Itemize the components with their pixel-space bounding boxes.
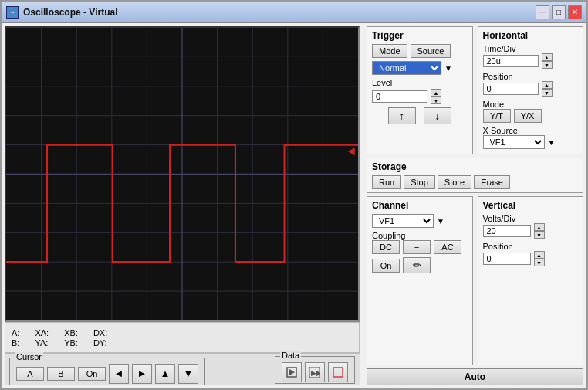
export-icon: ▶▶: [309, 367, 320, 378]
data-clear-button[interactable]: [328, 362, 348, 382]
data-record-button[interactable]: [282, 362, 302, 382]
auto-section: Auto: [367, 368, 583, 385]
scope-panel: VF1: 20V: [2, 23, 363, 388]
readout-xb: XB: YB:: [64, 328, 78, 348]
data-export-button[interactable]: ▶▶: [305, 362, 325, 382]
svg-marker-22: [289, 369, 295, 375]
h-position-down[interactable]: ▼: [542, 89, 553, 97]
h-position-input[interactable]: [483, 83, 539, 95]
titlebar: ~ Oscilloscope - Virtual ─ □ ✕: [2, 2, 586, 23]
yx-button[interactable]: Y/X: [514, 109, 542, 123]
volts-div-down[interactable]: ▼: [534, 231, 545, 239]
yb-label: YB:: [64, 338, 78, 348]
time-div-input[interactable]: [483, 55, 539, 67]
dy-label: DY:: [93, 338, 107, 348]
cursor-group: Cursor A B On ◄ ► ▲ ▼: [9, 358, 205, 385]
scope-screen: VF1: 20V: [5, 26, 360, 322]
trigger-level-label: Level: [372, 78, 468, 87]
cursor-left-button[interactable]: ◄: [109, 364, 129, 384]
cursor-readout: A: B: XA: YA: XB: YB: DX: DY:: [5, 322, 360, 353]
xsource-label: X Source: [483, 126, 579, 135]
yt-button[interactable]: Y/T: [483, 109, 511, 123]
h-position-label: Position: [483, 72, 579, 81]
time-div-down[interactable]: ▼: [542, 61, 553, 69]
vertical-title: Vertical: [483, 200, 579, 211]
auto-button[interactable]: Auto: [367, 368, 583, 385]
trigger-level-input[interactable]: [372, 90, 427, 103]
readout-xa: XA: YA:: [35, 328, 49, 348]
horizontal-section: Horizontal Time/Div ▲ ▼ Position ▲: [478, 26, 584, 154]
a-label: A:: [12, 328, 19, 337]
trigger-level-up[interactable]: ▲: [431, 89, 441, 97]
trigger-mode-dropdown[interactable]: Normal Auto Single: [372, 61, 441, 75]
v-position-label: Position: [483, 242, 579, 251]
right-panel: Trigger Mode Source Normal Auto Single ▼…: [363, 23, 586, 388]
horizontal-title: Horizontal: [483, 30, 579, 41]
store-button[interactable]: Store: [438, 175, 471, 189]
erase-button[interactable]: Erase: [474, 175, 510, 189]
cursor-on-button[interactable]: On: [78, 367, 106, 381]
svg-text:◄: ◄: [346, 143, 357, 158]
dc-button[interactable]: DC: [372, 240, 400, 254]
trigger-rise-button[interactable]: ↑: [388, 107, 416, 124]
h-position-up[interactable]: ▲: [542, 81, 553, 89]
scope-display: ◄: [6, 28, 358, 320]
window-controls: ─ □ ✕: [536, 5, 582, 19]
trigger-fall-button[interactable]: ↓: [424, 107, 451, 124]
ya-label: YA:: [35, 338, 49, 348]
divider-button[interactable]: ÷: [403, 240, 431, 254]
cursor-a-button[interactable]: A: [16, 367, 44, 381]
trigger-source-button[interactable]: Source: [411, 44, 451, 58]
channel-on-button[interactable]: On: [372, 259, 400, 273]
coupling-label: Coupling: [372, 231, 468, 240]
record-icon: [286, 367, 297, 378]
time-div-label: Time/Div: [483, 44, 579, 53]
v-position-spinner: ▲ ▼: [534, 251, 545, 266]
trigger-level-down[interactable]: ▼: [431, 97, 441, 104]
svg-rect-25: [333, 368, 343, 377]
ac-button[interactable]: AC: [434, 240, 461, 254]
volts-div-label: Volts/Div: [483, 214, 579, 223]
v-position-down[interactable]: ▼: [534, 259, 545, 266]
xa-label: XA:: [35, 328, 49, 337]
run-button[interactable]: Run: [372, 175, 401, 189]
clear-icon: [333, 367, 343, 378]
data-group: Data ▶▶: [275, 356, 355, 384]
maximize-button[interactable]: □: [552, 5, 566, 19]
readout-dx: DX: DY:: [93, 328, 107, 348]
cursor-b-button[interactable]: B: [47, 367, 75, 381]
trigger-title: Trigger: [372, 30, 468, 41]
time-div-spinner: ▲ ▼: [542, 53, 553, 69]
channel-section: Channel VF1 VF2 ▼ Coupling DC ÷ AC: [367, 196, 473, 365]
cursor-up-button[interactable]: ▲: [155, 364, 175, 384]
storage-title: Storage: [372, 161, 578, 172]
xsource-dropdown[interactable]: VF1 VF2: [483, 135, 545, 149]
volts-div-up[interactable]: ▲: [534, 223, 545, 231]
minimize-button[interactable]: ─: [536, 5, 549, 19]
app-icon: ~: [6, 6, 19, 19]
trigger-section: Trigger Mode Source Normal Auto Single ▼…: [367, 26, 473, 154]
dx-label: DX:: [93, 328, 107, 337]
vertical-section: Vertical Volts/Div ▲ ▼ Position ▲: [478, 196, 584, 365]
v-position-up[interactable]: ▲: [534, 251, 545, 259]
cursor-down-button[interactable]: ▼: [178, 364, 198, 384]
cursor-right-button[interactable]: ►: [132, 364, 152, 384]
channel-dropdown[interactable]: VF1 VF2: [372, 214, 434, 228]
data-group-label: Data: [280, 351, 301, 360]
close-button[interactable]: ✕: [568, 5, 582, 19]
trigger-level-spinner: ▲ ▼: [431, 89, 441, 104]
xb-label: XB:: [64, 328, 78, 337]
trigger-mode-button[interactable]: Mode: [372, 44, 407, 58]
stop-button[interactable]: Stop: [404, 175, 435, 189]
channel-title: Channel: [372, 200, 468, 211]
main-content: VF1: 20V: [2, 23, 586, 388]
h-mode-label: Mode: [483, 100, 579, 109]
bottom-toolbar: Cursor A B On ◄ ► ▲ ▼ Data ▶▶: [5, 353, 360, 385]
v-position-input[interactable]: [483, 253, 531, 265]
storage-buttons: Run Stop Store Erase: [372, 175, 578, 189]
b-label: B:: [12, 338, 19, 348]
time-div-up[interactable]: ▲: [542, 53, 553, 61]
volts-div-input[interactable]: [483, 225, 531, 237]
window-title: Oscilloscope - Virtual: [23, 7, 536, 18]
probe-button[interactable]: ✏: [403, 257, 431, 273]
